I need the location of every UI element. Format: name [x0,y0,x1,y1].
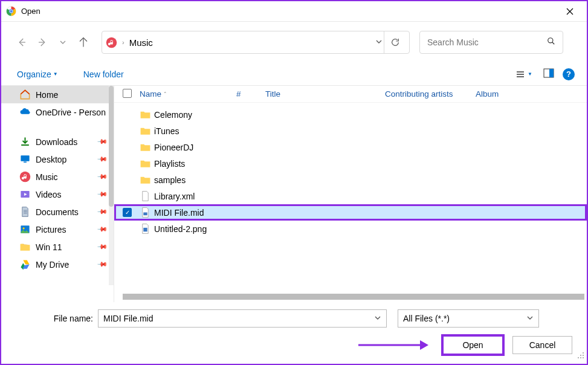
music-icon [19,171,31,182]
preview-pane-button[interactable] [541,66,557,83]
folder-icon [140,174,154,186]
column-track-number[interactable]: # [236,89,265,99]
folder-icon [140,141,154,153]
sidebar-item-music[interactable]: Music📌 [1,168,114,186]
file-row-folder[interactable]: PioneerDJ [114,139,587,155]
pin-icon: 📌 [96,241,108,253]
column-album[interactable]: Album [476,89,512,99]
address-dropdown-icon[interactable] [375,37,383,48]
folder-icon [140,158,154,169]
column-artists[interactable]: Contributing artists [385,89,476,99]
back-button[interactable] [13,34,30,51]
title-bar: Open [1,1,587,22]
chrome-icon [6,6,16,16]
sidebar-label: Videos [36,190,62,199]
file-list: Celemony iTunes PioneerDJ Playlists samp… [114,103,587,237]
file-name: iTunes [154,126,179,136]
file-name: Playlists [154,159,185,169]
chevron-down-icon: ▼ [528,71,532,77]
sidebar-label: Documents [36,207,79,217]
svg-rect-16 [143,228,147,231]
file-name: samples [154,175,186,185]
resize-grip-icon[interactable] [577,350,584,361]
sidebar-item-desktop[interactable]: Desktop📌 [1,150,114,168]
music-folder-icon [106,37,117,48]
filename-label: File name: [15,314,93,323]
sidebar-item-pictures[interactable]: Pictures📌 [1,221,114,238]
forward-button[interactable] [34,34,51,51]
sidebar-item-onedrive[interactable]: OneDrive - Person [1,103,114,121]
refresh-button[interactable] [384,31,405,54]
svg-point-4 [10,10,12,12]
chevron-down-icon[interactable] [374,314,381,323]
file-row-png[interactable]: Untitled-2.png [114,221,587,237]
sidebar-item-win11[interactable]: Win 11📌 [1,238,114,256]
chevron-down-icon[interactable] [526,314,534,323]
file-name: MIDI File.mid [154,208,204,218]
sidebar-label: Music [36,172,58,182]
svg-point-6 [548,38,553,43]
search-input[interactable] [427,37,542,47]
folder-icon [140,109,154,120]
new-folder-button[interactable]: New folder [80,67,128,82]
filter-value: All Files (*.*) [403,314,450,323]
sidebar-label: Downloads [36,137,77,147]
window-title: Open [21,7,40,16]
file-row-folder[interactable]: samples [114,172,587,188]
address-bar[interactable]: › Music [102,31,410,54]
horizontal-scrollbar[interactable] [123,294,584,300]
search-box[interactable] [419,31,563,54]
sidebar-item-downloads[interactable]: Downloads📌 [1,133,114,150]
organize-menu[interactable]: Organize ▼ [13,67,62,82]
sidebar-label: My Drive [36,260,69,270]
help-button[interactable]: ? [563,68,575,80]
toolbar: Organize ▼ New folder ▼ ? [1,63,587,86]
file-name: PioneerDJ [154,143,193,152]
sidebar-item-documents[interactable]: Documents📌 [1,203,114,221]
videos-icon [19,189,31,200]
filename-value: MIDI File.mid [103,314,153,323]
file-name: Library.xml [154,192,195,201]
pictures-icon [19,224,31,235]
cancel-button[interactable]: Cancel [512,336,572,354]
column-name[interactable]: Name ˄ [140,89,236,99]
midi-file-icon [140,207,154,218]
svg-point-19 [580,355,581,356]
up-button[interactable] [75,34,92,51]
google-drive-icon [19,259,31,270]
sidebar: Home OneDrive - Person Downloads📌 Deskto… [1,86,114,302]
svg-rect-10 [24,161,27,163]
list-view-icon [515,69,525,79]
filename-combobox[interactable]: MIDI File.mid [98,309,387,328]
pin-icon: 📌 [96,189,108,200]
image-file-icon [140,223,154,234]
search-icon [547,37,555,48]
file-type-filter[interactable]: All Files (*.*) [398,309,539,328]
svg-point-20 [583,355,584,356]
file-name: Celemony [154,110,192,120]
checkbox-checked-icon[interactable]: ✓ [123,208,132,217]
file-row-folder[interactable]: iTunes [114,123,587,139]
downloads-icon [19,136,31,147]
annotation-arrow-icon [357,338,430,352]
column-header-row: Name ˄ # Title Contributing artists Albu… [114,86,587,103]
column-title[interactable]: Title [265,89,385,99]
file-row-xml[interactable]: Library.xml [114,188,587,204]
sidebar-item-mydrive[interactable]: My Drive📌 [1,256,114,273]
sort-asc-icon: ˄ [164,91,167,97]
breadcrumb-music[interactable]: Music [129,37,153,48]
open-button[interactable]: Open [443,336,503,354]
view-options-button[interactable]: ▼ [513,67,535,82]
select-all-checkbox[interactable] [123,89,140,100]
recent-dropdown[interactable] [54,34,71,51]
sidebar-scrollbar[interactable] [109,86,114,285]
home-icon [19,89,31,100]
sidebar-item-videos[interactable]: Videos📌 [1,186,114,203]
file-row-selected-midi[interactable]: ✓MIDI File.mid [114,204,587,221]
file-row-folder[interactable]: Celemony [114,106,587,123]
file-row-folder[interactable]: Playlists [114,155,587,172]
svg-rect-8 [549,69,554,77]
sidebar-item-home[interactable]: Home [1,86,114,103]
svg-point-18 [583,352,584,354]
window-close-button[interactable] [558,1,582,22]
